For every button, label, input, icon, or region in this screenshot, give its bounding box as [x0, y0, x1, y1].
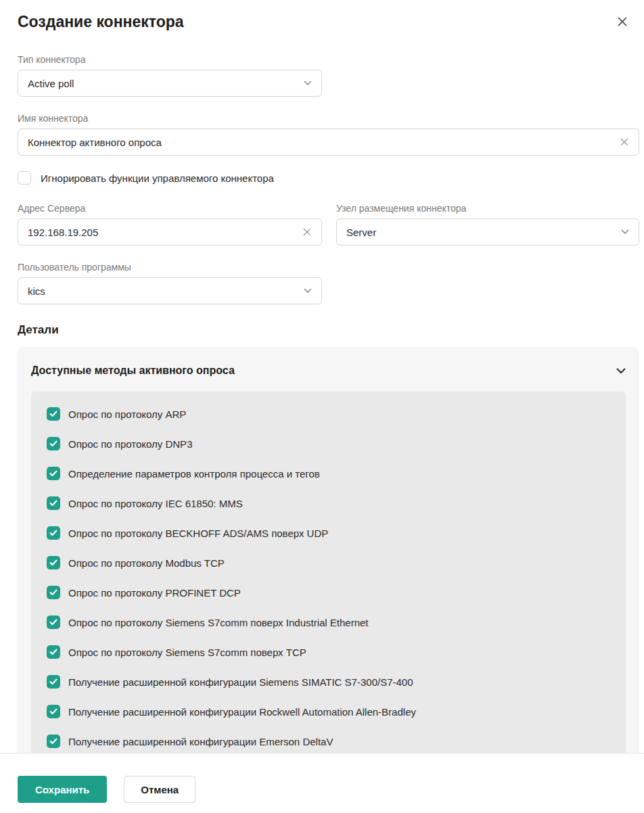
server-address-field: Адрес Сервера	[18, 203, 322, 246]
check-icon	[49, 467, 58, 480]
method-label: Получение расширенной конфигурации Rockw…	[68, 706, 416, 718]
method-row: Опрос по протоколу BECKHOFF ADS/AMS пове…	[47, 526, 612, 540]
check-icon	[49, 735, 58, 747]
method-row: Получение расширенной конфигурации Emers…	[47, 735, 612, 748]
method-checkbox[interactable]	[47, 467, 60, 480]
server-address-input[interactable]	[28, 227, 302, 238]
active-poll-methods-panel: Доступные методы активного опроса Опрос …	[18, 347, 639, 753]
method-label: Опрос по протоколу ARP	[68, 409, 186, 420]
method-label: Опрос по протоколу DNP3	[68, 438, 192, 450]
check-icon	[49, 408, 58, 420]
check-icon	[49, 438, 58, 450]
close-button[interactable]	[616, 16, 629, 29]
connector-node-select[interactable]: Server	[336, 218, 639, 246]
method-row: Опрос по протоколу DNP3	[47, 437, 612, 450]
chevron-down-icon	[304, 288, 312, 294]
connector-type-label: Тип коннектора	[18, 54, 639, 65]
check-icon	[49, 527, 58, 539]
check-icon	[49, 586, 58, 599]
method-label: Определение параметров контроля процесса…	[68, 468, 320, 480]
method-label: Опрос по протоколу Siemens S7comm поверх…	[68, 617, 369, 628]
panel-title: Доступные методы активного опроса	[31, 365, 235, 377]
address-node-row: Адрес Сервера Узел размещения коннектора…	[18, 203, 639, 246]
details-heading: Детали	[18, 323, 639, 337]
method-label: Опрос по протоколу IEC 61850: MMS	[68, 498, 243, 509]
connector-name-input-wrap	[18, 129, 639, 156]
method-checkbox[interactable]	[47, 407, 60, 421]
connector-node-value: Server	[346, 227, 621, 238]
dialog-footer: Сохранить Отмена	[0, 753, 644, 813]
server-address-input-wrap	[18, 218, 322, 246]
chevron-down-icon	[304, 80, 312, 86]
connector-type-field: Тип коннектора Active poll	[18, 54, 639, 97]
method-label: Получение расширенной конфигурации Emers…	[68, 736, 333, 747]
method-row: Получение расширенной конфигурации Sieme…	[47, 675, 612, 689]
method-label: Опрос по протоколу BECKHOFF ADS/AMS пове…	[68, 528, 328, 539]
method-label: Опрос по протоколу PROFINET DCP	[68, 587, 241, 599]
app-user-select[interactable]: kics	[18, 277, 322, 304]
method-checkbox[interactable]	[47, 556, 60, 570]
ignore-managed-row: Игнорировать функции управляемого коннек…	[18, 171, 639, 185]
app-user-value: kics	[28, 285, 304, 297]
method-row: Опрос по протоколу Siemens S7comm поверх…	[47, 615, 612, 629]
check-icon	[49, 616, 58, 628]
check-icon	[49, 705, 58, 718]
connector-node-label: Узел размещения коннектора	[336, 203, 639, 214]
ignore-managed-label: Игнорировать функции управляемого коннек…	[41, 172, 274, 184]
connector-type-value: Active poll	[28, 78, 304, 89]
method-checkbox[interactable]	[47, 526, 60, 540]
save-button[interactable]: Сохранить	[18, 776, 107, 803]
connector-name-field: Имя коннектора	[18, 113, 639, 156]
method-checkbox[interactable]	[47, 437, 60, 450]
method-checkbox[interactable]	[47, 675, 60, 689]
connector-type-select[interactable]: Active poll	[18, 70, 322, 97]
dialog-header: Создание коннектора	[18, 12, 639, 31]
connector-name-input[interactable]	[28, 137, 620, 148]
method-checkbox[interactable]	[47, 705, 60, 718]
panel-header[interactable]: Доступные методы активного опроса	[31, 365, 626, 377]
connector-name-label: Имя коннектора	[18, 113, 639, 124]
method-checkbox[interactable]	[47, 586, 60, 599]
check-icon	[49, 676, 58, 688]
check-icon	[49, 557, 58, 569]
method-row: Опрос по протоколу Modbus TCP	[47, 556, 612, 570]
cancel-button[interactable]: Отмена	[124, 776, 196, 803]
method-checkbox[interactable]	[47, 496, 60, 510]
close-icon	[617, 16, 628, 29]
method-label: Опрос по протоколу Modbus TCP	[68, 557, 225, 569]
method-row: Опрос по протоколу PROFINET DCP	[47, 586, 612, 599]
check-icon	[49, 646, 58, 658]
ignore-managed-checkbox[interactable]	[18, 171, 31, 185]
method-checkbox[interactable]	[47, 615, 60, 629]
method-checkbox[interactable]	[47, 735, 60, 748]
page-title: Создание коннектора	[18, 12, 184, 31]
method-label: Опрос по протоколу Siemens S7comm поверх…	[68, 647, 306, 658]
clear-icon[interactable]	[302, 227, 312, 237]
server-address-label: Адрес Сервера	[18, 203, 322, 214]
connector-node-field: Узел размещения коннектора Server	[336, 203, 639, 246]
method-row: Определение параметров контроля процесса…	[47, 467, 612, 480]
chevron-down-icon	[616, 365, 626, 377]
method-row: Опрос по протоколу ARP	[47, 407, 612, 421]
app-user-label: Пользователь программы	[18, 262, 639, 273]
method-row: Получение расширенной конфигурации Rockw…	[47, 705, 612, 718]
method-row: Опрос по протоколу Siemens S7comm поверх…	[47, 645, 612, 659]
method-list: Опрос по протоколу ARPОпрос по протоколу…	[31, 392, 626, 753]
method-label: Получение расширенной конфигурации Sieme…	[68, 676, 413, 688]
method-row: Опрос по протоколу IEC 61850: MMS	[47, 496, 612, 510]
check-icon	[49, 497, 58, 509]
create-connector-dialog: Создание коннектора Тип коннектора Activ…	[0, 0, 644, 753]
method-checkbox[interactable]	[47, 645, 60, 659]
chevron-down-icon	[621, 229, 629, 235]
clear-icon[interactable]	[620, 137, 629, 147]
app-user-field: Пользователь программы kics	[18, 262, 639, 304]
